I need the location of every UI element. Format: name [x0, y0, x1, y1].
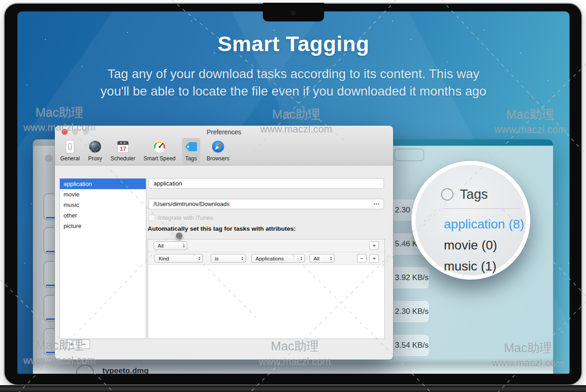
window-title: Preferences: [55, 128, 393, 136]
safari-compass-icon: [211, 139, 225, 154]
filter-row-any: All ▲▼ +: [148, 239, 384, 252]
popup-value: Kind: [159, 256, 197, 261]
tag-name-input[interactable]: application: [149, 178, 384, 189]
magnifier-callout: Tags application (8) movie (0) music (1): [411, 161, 530, 280]
speed-gauge-icon: [152, 139, 167, 154]
popup-stepper-icon: ▲▼: [198, 256, 201, 260]
itunes-checkbox[interactable]: [149, 215, 155, 221]
tag-list: application movie music other picture: [59, 178, 146, 339]
minimize-button[interactable]: [72, 129, 78, 135]
attributes-label: Automatically set this tag for tasks wit…: [148, 225, 296, 232]
magnifier-divider: [442, 208, 521, 209]
background-window-traffic-light: [45, 154, 53, 162]
page-title: Smart Tagging: [17, 31, 570, 56]
toolbar-item-tags[interactable]: Tags: [182, 138, 200, 164]
popup-stepper-icon: ▲▼: [183, 244, 185, 248]
toolbar-label: Scheduler: [111, 155, 135, 162]
magnified-tag-application: application (8): [444, 217, 524, 232]
toolbar-item-smart-speed[interactable]: Smart Speed: [141, 138, 178, 164]
remove-tag-button[interactable]: −: [78, 340, 90, 349]
popup-stepper-icon: ▲▼: [300, 256, 303, 260]
popup-stepper-icon: ▲▼: [241, 256, 244, 260]
promo-image: Smart Tagging Tag any of your download t…: [0, 0, 586, 392]
camera-notch: [263, 3, 324, 21]
globe-icon: [88, 139, 102, 154]
popup-stepper-icon: ▲▼: [330, 256, 332, 260]
toolbar-label: Browsers: [207, 155, 229, 162]
match-popup[interactable]: All ▲▼: [154, 241, 187, 250]
tag-list-item[interactable]: other: [60, 210, 146, 221]
magnifier-header: Tags: [441, 187, 488, 202]
zoom-button[interactable]: [83, 129, 89, 135]
screen: Smart Tagging Tag any of your download t…: [17, 11, 570, 374]
download-location-input[interactable]: /Users/dimtrunov/Downloads •••: [149, 199, 384, 209]
add-rule-button[interactable]: +: [369, 254, 379, 263]
file-name: typeeto.dmg: [102, 366, 149, 374]
light-switch-icon: [63, 139, 77, 154]
location-value: /Users/dimtrunov/Downloads: [154, 201, 229, 207]
toolbar-label: General: [60, 155, 80, 162]
page-subtitle: Tag any of your download tasks according…: [17, 65, 570, 100]
browse-location-button[interactable]: •••: [373, 199, 380, 209]
laptop-base: [0, 385, 586, 392]
tag-list-item[interactable]: application: [60, 179, 146, 189]
value-popup[interactable]: Applications ▲▼: [251, 254, 305, 263]
magnified-tag-movie: movie (0): [444, 238, 497, 253]
itunes-checkbox-row: Integrate with iTunes: [149, 214, 213, 221]
popup-value: is: [215, 256, 240, 261]
toolbar-item-general[interactable]: General: [59, 138, 81, 164]
subtitle-line-2: you'll be able to locate the file even i…: [17, 83, 570, 100]
preferences-toolbar: General Proxy 17: [59, 138, 232, 165]
preferences-window: Preferences General: [55, 126, 393, 360]
add-rule-button[interactable]: +: [369, 241, 379, 250]
tag-list-item[interactable]: picture: [60, 221, 146, 231]
magnified-tag-music: music (1): [444, 259, 496, 274]
popup-value: All: [158, 243, 181, 249]
toolbar-label: Tags: [185, 155, 197, 162]
toolbar-item-browsers[interactable]: Browsers: [204, 138, 232, 164]
calendar-day: 17: [120, 146, 126, 152]
magnifier-title: Tags: [460, 187, 488, 202]
tag-add-remove-control: + −: [65, 339, 90, 349]
calendar-icon: 17: [116, 139, 130, 154]
tag-list-item[interactable]: movie: [60, 189, 146, 200]
tag-icon: [184, 139, 198, 154]
toolbar-item-proxy[interactable]: Proxy: [85, 138, 105, 164]
add-tag-button[interactable]: +: [66, 340, 78, 349]
callout-origin-dot: [176, 233, 182, 239]
toolbar-item-scheduler[interactable]: 17 Scheduler: [109, 138, 137, 164]
tag-list-item[interactable]: music: [60, 200, 146, 210]
camera-dot: [291, 11, 295, 15]
itunes-checkbox-label: Integrate with iTunes: [158, 214, 213, 221]
toolbar-label: Smart Speed: [144, 155, 176, 162]
popup-value: Applications: [256, 256, 298, 261]
tags-section-icon: [441, 188, 453, 201]
background-search-field: [394, 148, 424, 161]
kind-popup[interactable]: Kind ▲▼: [154, 254, 203, 263]
scope-popup[interactable]: All ▲▼: [309, 254, 335, 263]
close-button[interactable]: [62, 129, 68, 135]
remove-rule-button[interactable]: −: [357, 254, 367, 263]
filter-row-rule: Kind ▲▼ is ▲▼ Applications ▲▼ All ▲▼: [148, 252, 384, 265]
popup-value: All: [314, 256, 328, 261]
attribute-filter-panel: All ▲▼ + Kind ▲▼ is ▲▼ Application: [148, 239, 385, 339]
toolbar-label: Proxy: [88, 155, 102, 162]
subtitle-line-1: Tag any of your download tasks according…: [17, 65, 570, 83]
operator-popup[interactable]: is ▲▼: [211, 254, 246, 263]
